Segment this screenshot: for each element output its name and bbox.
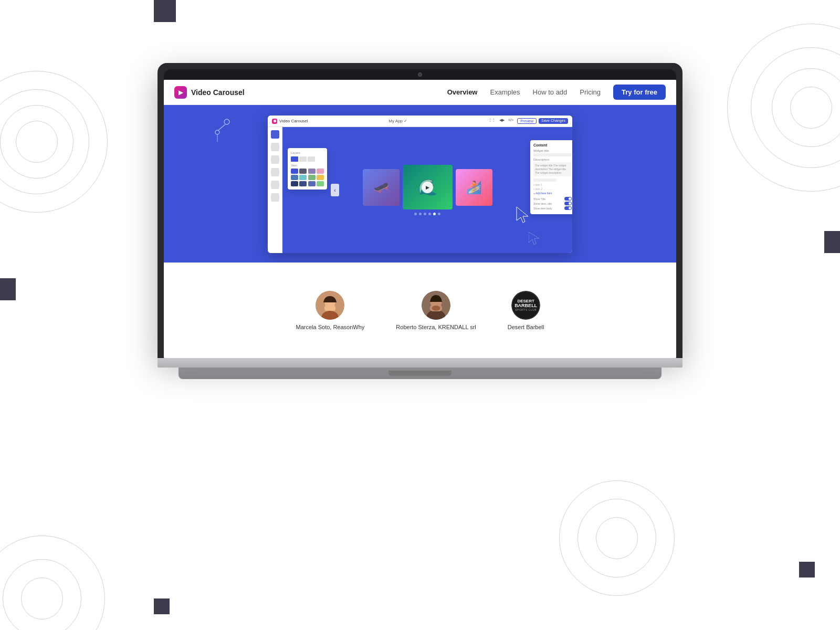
desert-logo-inner: DESERT BARBELL SPORTS CLUB [514,299,537,311]
laptop: ▶ Video Carousel Overview Examples How t… [158,63,682,379]
testimonial-2: Roberto Sterza, KRENDALL srl [396,291,476,330]
testimonial-1: Marcela Soto, ReasonWhy [296,291,365,330]
svg-point-1 [215,130,219,134]
right-panel-title: Content [533,143,572,147]
circles-bottom-left [0,525,116,630]
rp-description-text: The widget title The widget description … [533,162,572,176]
play-circle[interactable]: ▶ [422,182,433,193]
swatch-4[interactable] [317,169,324,174]
carousel-img-surf[interactable]: 🌊 ▶ [403,165,453,209]
rp-toggle-2[interactable] [564,202,572,205]
play-button-overlay[interactable]: ▶ [403,165,453,209]
editor-myapp-label: My App ✓ [388,119,407,123]
circles-right [719,16,840,200]
preview-btn[interactable]: Preview [517,118,537,124]
avatar-marcela [316,291,344,320]
layout-icon-2[interactable] [299,156,307,162]
editor-actions: ⋮⋮ ◀▶ </> Preview Save Changes [488,118,568,124]
dot-5[interactable] [433,213,436,215]
skin-label: Skin [291,164,324,167]
rp-toggle-1[interactable] [564,197,572,201]
try-for-free-button[interactable]: Try for free [613,85,666,100]
laptop-camera-bar [164,69,676,80]
editor-app-label: Video Carousel [279,119,308,123]
swatch-7[interactable] [308,175,316,180]
rp-toggle-row-3: Show item body [533,206,572,210]
app-navbar: ▶ Video Carousel Overview Examples How t… [164,80,676,105]
rp-add-item-btn[interactable]: + Add New Item [533,192,572,195]
rp-toggle-row-1: Show Title [533,197,572,201]
svg-marker-4 [517,207,528,223]
swatch-1[interactable] [291,169,298,174]
sidebar-icon-2 [271,143,279,151]
swatch-12[interactable] [317,181,324,186]
node-decoration [211,116,237,147]
dot-6[interactable] [438,213,440,215]
rp-toggle-3[interactable] [564,206,572,210]
layers-label: Layers [291,151,324,154]
testimonial-name-3: Desert Barbell [508,324,544,330]
dot-2[interactable] [419,213,422,215]
dot-1[interactable] [414,213,417,215]
swatch-6[interactable] [299,175,307,180]
layout-icons [291,156,324,162]
deco-square-2 [0,278,16,300]
nav-overview[interactable]: Overview [447,88,478,96]
carousel-img-skate2: 🏄 [456,169,492,206]
testimonial-avatar-1 [316,291,344,320]
laptop-notch [388,371,452,376]
testimonial-avatar-2 [422,291,450,320]
editor-canvas: Layers Skin [282,127,572,253]
swatch-8[interactable] [317,175,324,180]
rp-item2-label: • Item 2 [533,187,572,191]
dot-4[interactable] [428,213,431,215]
testimonials-section: Marcela Soto, ReasonWhy [164,262,676,358]
sidebar-icon-1 [271,130,279,139]
swatch-3[interactable] [308,169,316,174]
svg-point-15 [432,306,440,311]
editor-topbar-left: Video Carousel [272,119,308,124]
swatch-11[interactable] [308,181,316,186]
svg-point-0 [224,119,229,124]
svg-marker-5 [529,232,539,245]
testimonial-name-1: Marcela Soto, ReasonWhy [296,324,365,330]
app-name: Video Carousel [191,88,245,97]
deco-square-1 [154,0,176,22]
nav-pricing[interactable]: Pricing [580,88,601,96]
swatch-5[interactable] [291,175,298,180]
carousel-img-skate: 🛹 [363,169,400,206]
desert-barbell-logo: DESERT BARBELL SPORTS CLUB [511,291,540,320]
nav-how-to-add[interactable]: How to add [533,88,568,96]
testimonial-avatar-3: DESERT BARBELL SPORTS CLUB [511,291,540,320]
left-panel: Layers Skin [288,148,327,190]
circles-left [0,63,116,220]
carousel-dots [414,213,440,215]
rp-title-input[interactable] [533,153,572,156]
swatch-10[interactable] [299,181,307,186]
rp-toggle-label-1: Show Title [533,197,545,201]
save-btn[interactable]: Save Changes [539,118,568,124]
svg-rect-10 [324,306,335,311]
sidebar-icon-5 [271,181,279,189]
dot-3[interactable] [424,213,426,215]
rp-toggle-label-2: Show desc. title [533,202,552,205]
hero-section: Video Carousel My App ✓ ⋮⋮ ◀▶ </> Previe… [164,105,676,262]
rp-section1: Widget title [533,149,572,152]
layout-icon-1[interactable] [291,156,298,162]
sidebar-icon-4 [271,168,279,176]
swatch-9[interactable] [291,181,298,186]
carousel-left-arrow[interactable]: ‹ [331,184,339,196]
laptop-screen-outer: ▶ Video Carousel Overview Examples How t… [158,63,682,358]
swatch-2[interactable] [299,169,307,174]
layout-icon-3[interactable] [308,156,315,162]
app-logo-icon: ▶ [174,86,187,99]
editor-body: Layers Skin [268,127,572,253]
rp-section2: Description [533,158,572,161]
laptop-bottom [178,368,662,379]
rp-toggle-row-2: Show desc. title [533,202,572,205]
sidebar-icon-6 [271,193,279,202]
nav-examples[interactable]: Examples [490,88,520,96]
cursor-right [516,206,531,224]
right-panel: Content Widget title Description The wid… [530,140,572,214]
rp-item1-input[interactable] [533,178,556,182]
